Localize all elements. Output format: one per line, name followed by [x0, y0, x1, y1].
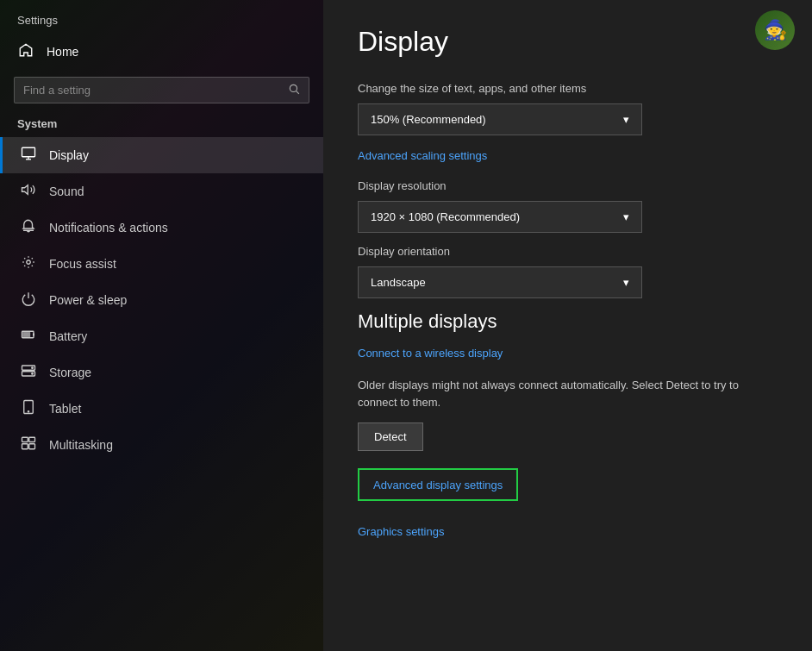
sidebar-multitasking-label: Multitasking [49, 438, 113, 452]
avatar-area[interactable]: 🧙 [755, 10, 795, 50]
power-icon [20, 291, 37, 310]
sidebar: Settings Home System [0, 0, 323, 651]
svg-rect-18 [29, 444, 35, 449]
sidebar-item-tablet[interactable]: Tablet [0, 391, 323, 427]
advanced-display-link-box: Advanced display settings [358, 468, 518, 501]
svg-rect-2 [22, 147, 35, 157]
system-section-label: System [0, 114, 323, 137]
storage-icon [20, 363, 37, 382]
main-content: 🧙 Display Change the size of text, apps,… [323, 0, 812, 651]
sidebar-sound-label: Sound [49, 185, 84, 198]
orientation-label: Display orientation [358, 245, 778, 258]
scale-dropdown[interactable]: 150% (Recommended) ▾ [358, 103, 642, 135]
svg-point-6 [27, 260, 31, 265]
sidebar-focus-label: Focus assist [49, 257, 116, 271]
resolution-dropdown-chevron: ▾ [623, 210, 629, 223]
advanced-display-link[interactable]: Advanced display settings [373, 479, 503, 491]
older-displays-text: Older displays might not always connect … [358, 377, 778, 410]
advanced-scaling-link[interactable]: Advanced scaling settings [358, 149, 487, 162]
svg-point-14 [28, 411, 28, 412]
svg-rect-17 [22, 444, 28, 449]
avatar[interactable]: 🧙 [755, 10, 795, 50]
scale-dropdown-chevron: ▾ [623, 113, 629, 126]
orientation-dropdown[interactable]: Landscape ▾ [358, 266, 642, 298]
sidebar-notifications-label: Notifications & actions [49, 221, 168, 235]
svg-point-11 [32, 367, 34, 369]
sidebar-battery-label: Battery [49, 329, 87, 343]
sidebar-tablet-label: Tablet [49, 402, 81, 416]
sound-icon [20, 182, 37, 201]
sidebar-item-power[interactable]: Power & sleep [0, 282, 323, 318]
detect-button[interactable]: Detect [358, 423, 423, 451]
sidebar-item-home[interactable]: Home [0, 34, 323, 70]
display-icon [20, 146, 37, 165]
graphics-settings-link[interactable]: Graphics settings [358, 525, 444, 538]
search-input[interactable] [23, 84, 288, 97]
resolution-label: Display resolution [358, 179, 778, 192]
orientation-value: Landscape [371, 276, 426, 289]
scale-value: 150% (Recommended) [371, 113, 486, 126]
svg-rect-15 [22, 437, 28, 441]
svg-point-0 [290, 85, 297, 91]
scale-label: Change the size of text, apps, and other… [358, 82, 778, 95]
notifications-icon [20, 218, 37, 237]
search-button[interactable] [288, 83, 300, 97]
svg-line-1 [297, 91, 299, 94]
sidebar-item-battery[interactable]: Battery [0, 318, 323, 354]
sidebar-item-display[interactable]: Display [0, 137, 323, 173]
home-label: Home [47, 45, 78, 59]
svg-rect-8 [23, 333, 30, 337]
multiple-displays-heading: Multiple displays [358, 310, 778, 333]
orientation-dropdown-chevron: ▾ [623, 276, 629, 289]
sidebar-storage-label: Storage [49, 366, 91, 379]
wireless-display-link[interactable]: Connect to a wireless display [358, 347, 503, 360]
multitasking-icon [20, 435, 37, 454]
sidebar-item-storage[interactable]: Storage [0, 354, 323, 391]
sidebar-item-notifications[interactable]: Notifications & actions [0, 210, 323, 246]
battery-icon [20, 327, 37, 346]
search-box[interactable] [14, 77, 309, 103]
page-title: Display [358, 26, 778, 58]
svg-rect-16 [29, 437, 35, 441]
tablet-icon [20, 399, 37, 418]
sidebar-display-label: Display [49, 148, 89, 162]
sidebar-item-focus[interactable]: Focus assist [0, 246, 323, 282]
resolution-dropdown[interactable]: 1920 × 1080 (Recommended) ▾ [358, 201, 642, 233]
resolution-value: 1920 × 1080 (Recommended) [371, 210, 520, 223]
svg-point-12 [32, 373, 34, 375]
app-title: Settings [0, 0, 323, 34]
sidebar-power-label: Power & sleep [49, 293, 127, 307]
sidebar-item-sound[interactable]: Sound [0, 173, 323, 210]
focus-icon [20, 254, 37, 273]
svg-marker-5 [22, 185, 28, 195]
home-icon [17, 42, 34, 61]
sidebar-item-multitasking[interactable]: Multitasking [0, 427, 323, 463]
